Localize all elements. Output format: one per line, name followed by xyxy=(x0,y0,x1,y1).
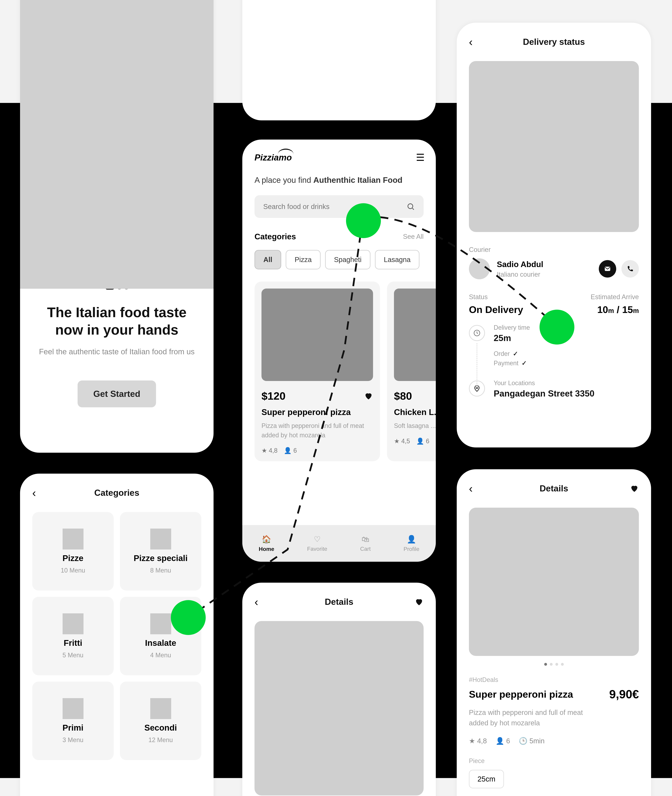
onboarding-hero-image xyxy=(20,0,214,289)
detail-desc: Pizza with pepperoni and full of meat ad… xyxy=(469,707,594,728)
onboarding-title: The Italian food taste now in your hands xyxy=(47,304,187,339)
tagline: A place you find Authenthic Italian Food xyxy=(242,175,436,185)
detail-name: Super pepperoni pizza xyxy=(469,688,573,700)
category-thumb xyxy=(62,529,83,549)
search-input[interactable] xyxy=(263,203,401,210)
clock-icon: 🕒 5min xyxy=(519,737,545,745)
category-card-pizze[interactable]: Pizze 10 Menu xyxy=(32,512,114,591)
flow-node xyxy=(171,600,206,635)
flow-connector xyxy=(378,215,560,332)
brand-logo: Pizziamo xyxy=(254,152,292,162)
eta-value: 10m / 15m xyxy=(590,304,639,315)
back-button[interactable]: ‹ xyxy=(469,35,473,48)
delivery-partial-card: On Delivery 10m / 15m Delivery time 25m … xyxy=(242,0,436,120)
detail-image xyxy=(254,621,424,796)
detail-price: 9,90€ xyxy=(609,687,639,701)
map-placeholder[interactable] xyxy=(469,61,639,232)
categories-grid: Pizze 10 Menu Pizze speciali 8 Menu Frit… xyxy=(32,512,202,760)
product-name: Chicken L... xyxy=(394,407,436,417)
product-desc: Soft lasagna ... tomato sauce xyxy=(394,421,436,430)
page-title: Details xyxy=(540,483,568,494)
size-option[interactable]: 25cm xyxy=(469,770,504,788)
piece-label: Piece xyxy=(469,757,639,765)
eta-label: Estimated Arrive xyxy=(590,293,639,301)
categories-screen: ‹ Categories Pizze 10 Menu Pizze special… xyxy=(20,473,214,796)
people-icon: 👤 6 xyxy=(496,737,510,745)
image-page-indicator xyxy=(469,663,639,666)
detail-meta: ★ 4,8 👤 6 🕒 5min xyxy=(469,737,639,745)
favorite-button[interactable] xyxy=(630,484,639,493)
product-price: $80 xyxy=(394,390,412,402)
product-meta: ★ 4,5 👤 6 xyxy=(394,438,436,445)
favorite-button[interactable] xyxy=(414,597,424,607)
back-button[interactable]: ‹ xyxy=(32,486,36,499)
order-step: Order✓ xyxy=(494,350,639,358)
category-thumb xyxy=(150,698,171,719)
search-icon[interactable] xyxy=(406,202,415,211)
message-courier-button[interactable] xyxy=(599,260,616,278)
hamburger-menu-icon[interactable]: ☰ xyxy=(416,152,424,163)
svg-point-5 xyxy=(408,204,413,209)
flow-node xyxy=(539,310,574,345)
onboarding-screen: The Italian food taste now in your hands… xyxy=(20,0,214,453)
category-thumb xyxy=(150,613,171,634)
category-card-fritti[interactable]: Fritti 5 Menu xyxy=(32,597,114,675)
flow-connector xyxy=(187,218,368,621)
page-title: Delivery status xyxy=(523,37,585,47)
details-screen-large: ‹ Details #HotDeals Super pepperoni pizz… xyxy=(457,469,651,796)
nav-profile[interactable]: 👤Profile xyxy=(403,535,419,552)
profile-icon: 👤 xyxy=(407,535,416,544)
category-thumb xyxy=(150,529,171,549)
hashtag: #HotDeals xyxy=(469,676,639,684)
payment-step: Payment✓ xyxy=(494,359,639,367)
category-thumb xyxy=(62,613,83,634)
star-icon: ★ 4,8 xyxy=(469,737,487,745)
category-card-secondi[interactable]: Secondi 12 Menu xyxy=(120,682,202,760)
star-icon: ★ 4,5 xyxy=(394,438,410,445)
category-thumb xyxy=(62,698,83,719)
get-started-button[interactable]: Get Started xyxy=(78,380,156,407)
flow-node xyxy=(346,203,381,238)
detail-image xyxy=(469,508,639,656)
back-button[interactable]: ‹ xyxy=(469,482,473,495)
category-card-primi[interactable]: Primi 3 Menu xyxy=(32,682,114,760)
call-courier-button[interactable] xyxy=(621,260,639,278)
people-icon: 👤 6 xyxy=(416,438,429,445)
onboarding-subtitle: Feel the authentic taste of Italian food… xyxy=(39,347,195,356)
page-title: Categories xyxy=(94,488,139,498)
search-bar[interactable] xyxy=(254,195,424,218)
